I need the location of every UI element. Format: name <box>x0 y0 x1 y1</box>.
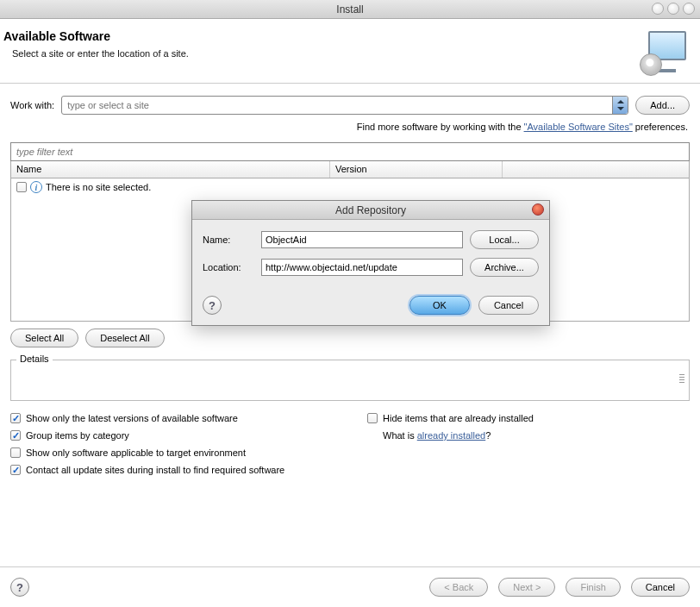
archive-button[interactable]: Archive... <box>470 258 539 277</box>
back-button[interactable]: < Back <box>429 578 488 597</box>
workwith-input[interactable] <box>62 97 612 114</box>
whatis-text: What is already installed? <box>383 430 690 441</box>
location-label: Location: <box>203 262 254 272</box>
next-button[interactable]: Next > <box>498 578 555 597</box>
modal-cancel-button[interactable]: Cancel <box>478 296 539 315</box>
column-spacer <box>503 161 689 178</box>
help-button[interactable]: ? <box>10 578 29 597</box>
column-name[interactable]: Name <box>11 161 330 178</box>
table-row: i There is no site selected. <box>11 178 689 196</box>
info-icon: i <box>30 181 42 193</box>
add-button[interactable]: Add... <box>635 96 690 115</box>
show-latest-checkbox[interactable] <box>10 413 21 423</box>
findmore-suffix: preferences. <box>633 122 688 132</box>
details-panel: Details <box>10 360 690 401</box>
findmore-text: Find more software by working with the "… <box>10 122 688 132</box>
row-checkbox[interactable] <box>16 182 27 192</box>
install-wizard-icon <box>643 29 688 74</box>
already-installed-link[interactable]: already installed <box>417 430 486 441</box>
cancel-button[interactable]: Cancel <box>631 578 690 597</box>
show-latest-label: Show only the latest versions of availab… <box>26 413 238 423</box>
filter-input[interactable] <box>11 143 689 160</box>
hide-installed-label: Hide items that are already installed <box>383 413 534 423</box>
applicable-target-label: Show only software applicable to target … <box>26 447 246 458</box>
column-version[interactable]: Version <box>330 161 503 178</box>
ok-button[interactable]: OK <box>409 296 470 315</box>
applicable-target-checkbox[interactable] <box>10 447 21 458</box>
svg-marker-0 <box>617 100 624 103</box>
name-label: Name: <box>203 235 254 245</box>
local-button[interactable]: Local... <box>470 230 539 249</box>
workwith-combo[interactable] <box>61 96 628 115</box>
select-all-button[interactable]: Select All <box>10 329 78 347</box>
window-minimize-button[interactable] <box>652 3 664 15</box>
window-title: Install <box>336 3 363 16</box>
wizard-header: Available Software Select a site or ente… <box>0 19 700 84</box>
modal-help-button[interactable]: ? <box>203 296 222 315</box>
details-legend: Details <box>16 354 53 364</box>
window-titlebar: Install <box>0 0 700 19</box>
svg-marker-1 <box>617 107 624 110</box>
hide-installed-checkbox[interactable] <box>367 413 378 423</box>
add-repository-dialog: Add Repository Name: Local... Location: … <box>191 200 550 326</box>
modal-close-button[interactable] <box>532 203 544 216</box>
name-input[interactable] <box>261 231 463 248</box>
window-maximize-button[interactable] <box>667 3 679 15</box>
available-sites-link[interactable]: "Available Software Sites" <box>524 122 633 132</box>
dropdown-arrow-icon[interactable] <box>612 97 628 114</box>
group-category-label: Group items by category <box>26 430 129 441</box>
page-subtitle: Select a site or enter the location of a… <box>12 48 189 59</box>
group-category-checkbox[interactable] <box>10 430 21 441</box>
finish-button[interactable]: Finish <box>566 578 620 597</box>
window-close-button[interactable] <box>683 3 695 15</box>
contact-sites-label: Contact all update sites during install … <box>26 465 284 475</box>
location-input[interactable] <box>261 259 463 276</box>
modal-titlebar: Add Repository <box>192 201 549 220</box>
findmore-prefix: Find more software by working with the <box>357 122 524 132</box>
page-title: Available Software <box>3 29 189 43</box>
workwith-label: Work with: <box>10 100 54 110</box>
modal-title: Add Repository <box>335 204 406 216</box>
deselect-all-button[interactable]: Deselect All <box>85 329 164 347</box>
resize-handle-icon[interactable] <box>678 366 686 391</box>
empty-message: There is no site selected. <box>46 182 151 192</box>
contact-sites-checkbox[interactable] <box>10 465 21 475</box>
